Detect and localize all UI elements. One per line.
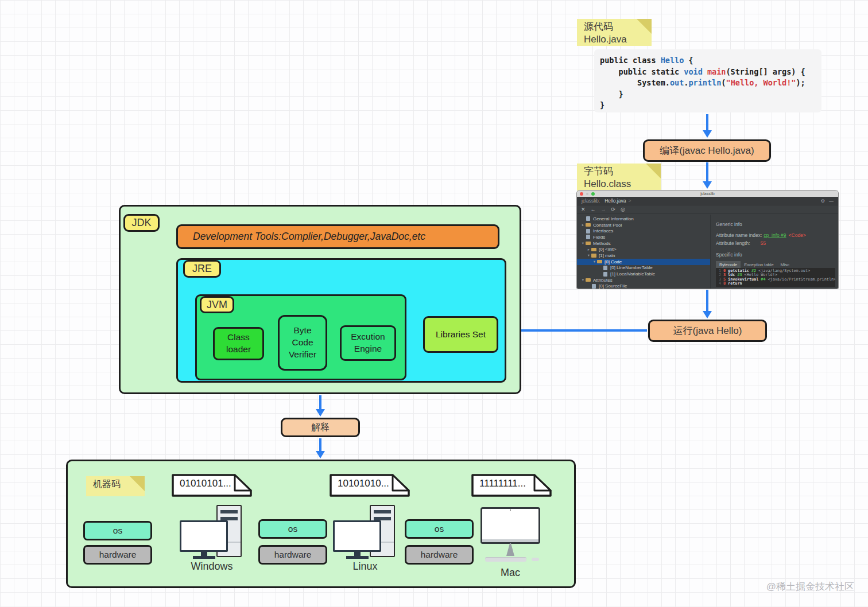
tree-item-label: [0] Code (604, 259, 622, 264)
binary-file-label: 01010101... (180, 478, 231, 489)
compile-step-label: 编译(javac Hello.java) (660, 144, 754, 157)
tree-item[interactable]: ▾[0] Code (577, 259, 710, 265)
tree-item[interactable]: ▾Methods (577, 240, 710, 247)
bytecode-note: 字节码 Hello.class (577, 164, 661, 190)
arrow-interpret-to-machine (319, 438, 321, 452)
close-traffic-light[interactable] (580, 192, 583, 196)
minimize-traffic-light[interactable] (586, 193, 588, 195)
source-code-note: 源代码 Hello.java (577, 19, 652, 46)
tree-item[interactable]: [0] SourceFile (577, 283, 710, 289)
platform-label-mac: Mac (480, 567, 540, 579)
tree-item[interactable]: ▸Constant Pool (577, 222, 710, 228)
back-arrow-icon[interactable]: ← (591, 207, 596, 212)
browse-icon[interactable]: ◎ (621, 207, 625, 212)
run-step: 运行(java Hello) (648, 320, 767, 342)
attribute-length-label: Attribute length: (716, 240, 750, 246)
hardware-label: hardware (99, 550, 137, 560)
development-tools-label: Development Tools:Complier,Debugger,Java… (193, 231, 425, 243)
bytecode-note-file: Hello.class (584, 178, 654, 190)
jclasslib-window: jclasslib jclasslib: Hello.java > ⚙ — ✕←… (577, 190, 838, 289)
tree-expander-icon[interactable]: ▾ (580, 241, 586, 246)
forward-arrow-icon[interactable]: → (601, 207, 606, 212)
development-tools-bar: Development Tools:Complier,Debugger,Java… (176, 224, 499, 249)
folder-icon (586, 278, 591, 282)
tree-item[interactable]: ▾Attributes (577, 277, 710, 283)
folder-icon (586, 223, 591, 227)
arrow-compile-to-class (706, 162, 708, 182)
sticky-fold (130, 476, 145, 491)
tree-item[interactable]: General Information (577, 216, 710, 222)
document-icon (603, 272, 607, 277)
cp-info-link[interactable]: cp_info #9 (764, 232, 786, 238)
breadcrumb-app: jclasslib: (582, 198, 600, 204)
tree-expander-icon[interactable]: ▾ (580, 278, 586, 282)
byte-code-verifier-label: Byte Code Verifier (285, 325, 320, 361)
breadcrumb-file[interactable]: Hello.java (604, 198, 626, 204)
tree-item[interactable]: [0] LineNumberTable (577, 265, 710, 271)
arrow-class-to-run (706, 290, 708, 312)
code-line: System.out.println("Hello, World!"); (600, 77, 822, 89)
jclasslib-toolbar: ✕←→⟳◎ (577, 205, 838, 214)
class-structure-tree: General Information▸Constant PoolInterfa… (577, 215, 711, 289)
jre-tag: JRE (183, 260, 221, 278)
document-icon (586, 235, 590, 239)
reload-icon[interactable]: ⟳ (611, 207, 616, 212)
hardware-label: hardware (274, 550, 312, 560)
tree-item-label: General Information (593, 216, 634, 221)
close-icon[interactable]: ✕ (581, 207, 586, 212)
binary-file-label: 11111111... (479, 478, 526, 489)
arrow-source-to-compile (706, 114, 708, 131)
libraries-set-label: Libraries Set (436, 329, 486, 341)
tree-expander-icon[interactable]: ▾ (592, 259, 597, 264)
bytecode-listing: 10getstatic#2<java/lang/System.out>23ldc… (716, 268, 835, 287)
jclasslib-titlebar: jclasslib (577, 190, 838, 197)
document-icon (592, 284, 596, 289)
watermark: @稀土掘金技术社区 (766, 580, 854, 593)
tree-item[interactable]: ▾[1] main (577, 252, 710, 259)
execution-engine-box: Excution Engine (340, 325, 396, 361)
hardware-box-windows: hardware (83, 545, 152, 565)
class-loader-label: Class loader (219, 332, 259, 356)
binary-file-linux: 10101010... (330, 474, 410, 497)
linux-computer-icon (333, 505, 397, 560)
binary-file-windows: 01010101... (172, 474, 252, 497)
hardware-box-mac: hardware (405, 545, 474, 565)
mac-computer-icon (480, 507, 540, 565)
hardware-box-linux: hardware (258, 545, 327, 565)
folder-icon (591, 254, 596, 258)
document-icon (586, 216, 590, 221)
hardware-label: hardware (421, 550, 458, 560)
binary-file-mac: 11111111... (471, 474, 552, 497)
code-line: } (600, 89, 822, 100)
attribute-length-value: 55 (761, 240, 766, 246)
zoom-traffic-light[interactable] (591, 192, 595, 196)
java-source-code: public class Hello { public static void … (594, 49, 822, 112)
binary-file-label: 10101010... (338, 478, 389, 489)
folder-icon (586, 242, 591, 246)
os-label: os (288, 524, 297, 534)
tree-expander-icon[interactable]: ▸ (580, 223, 586, 227)
tree-item-label: [0] SourceFile (599, 283, 627, 289)
jclasslib-body: jclasslib: Hello.java > ⚙ — ✕←→⟳◎ Genera… (577, 197, 838, 289)
tree-item[interactable]: ▸[0] <init> (577, 246, 710, 252)
tree-expander-icon[interactable]: ▾ (586, 253, 591, 258)
document-icon (586, 229, 590, 234)
tree-item[interactable]: [1] LocalVariableTable (577, 271, 710, 277)
settings-gear-icon[interactable]: ⚙ (821, 199, 825, 204)
jvm-tag: JVM (200, 296, 234, 313)
os-box-windows: os (83, 521, 152, 540)
tree-item-label: Methods (593, 241, 611, 246)
tree-item[interactable]: Fields (577, 234, 710, 240)
jclasslib-window-title: jclasslib (577, 192, 838, 196)
tree-item-label: Attributes (593, 278, 613, 283)
sticky-fold (646, 164, 661, 178)
tree-expander-icon[interactable]: ▸ (586, 247, 591, 252)
breadcrumb-chevron: > (628, 198, 631, 204)
code-line: } (600, 100, 822, 111)
platform-label-linux: Linux (333, 561, 397, 573)
collapse-icon[interactable]: — (829, 199, 834, 204)
tree-item[interactable]: Interfaces (577, 228, 710, 234)
tree-item-label: [1] main (599, 253, 615, 258)
interpret-step: 解释 (281, 418, 360, 437)
attribute-length-row: Attribute length:55 (716, 240, 766, 246)
